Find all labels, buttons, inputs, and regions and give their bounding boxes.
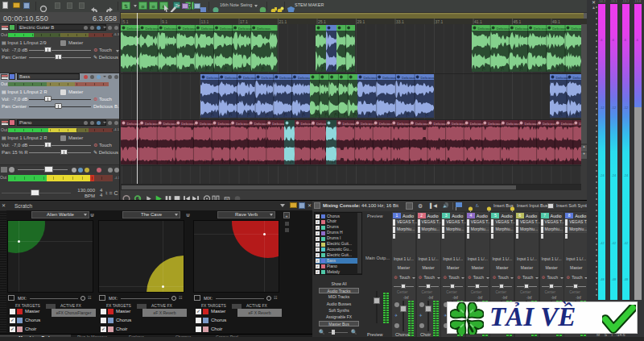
svg-text:Delicious: Delicious xyxy=(561,122,575,126)
svg-text:45.1: 45.1 xyxy=(514,19,522,24)
svg-text:Delicious: Delicious xyxy=(470,122,484,126)
svg-text:Delicious: Delicious xyxy=(415,122,429,126)
svg-text:Delicious: Delicious xyxy=(164,27,178,31)
svg-text:Delicious: Delicious xyxy=(298,76,312,80)
svg-text:Delicious: Delicious xyxy=(183,27,196,31)
svg-text:Delicious: Delicious xyxy=(364,76,378,80)
svg-text:Delicious: Delicious xyxy=(434,122,448,126)
svg-text:Delicious: Delicious xyxy=(207,76,221,80)
svg-text:Delicious: Delicious xyxy=(421,76,435,80)
svg-text:Delicious: Delicious xyxy=(279,76,293,80)
svg-text:Delicious: Delicious xyxy=(262,76,275,80)
svg-text:Delicious: Delicious xyxy=(397,122,411,126)
svg-text:Delicious: Delicious xyxy=(272,122,286,126)
svg-text:21.1: 21.1 xyxy=(279,19,287,24)
svg-text:Delicious: Delicious xyxy=(218,122,232,126)
svg-text:Delicious: Delicious xyxy=(452,122,465,126)
svg-text:5.1: 5.1 xyxy=(123,19,129,24)
svg-text:Delicious: Delicious xyxy=(146,27,159,31)
svg-text:Delicious: Delicious xyxy=(127,27,141,31)
svg-text:Delicious: Delicious xyxy=(220,27,233,31)
svg-text:Delicious: Delicious xyxy=(201,27,215,31)
svg-text:Delicious: Delicious xyxy=(525,122,539,126)
svg-text:41.1: 41.1 xyxy=(474,19,482,24)
svg-text:Delicious: Delicious xyxy=(243,76,257,80)
svg-text:Delicious: Delicious xyxy=(515,27,529,31)
svg-text:13.1: 13.1 xyxy=(201,19,209,24)
svg-text:Delicious: Delicious xyxy=(379,122,393,126)
svg-text:29.1: 29.1 xyxy=(357,19,365,24)
svg-text:Delicious: Delicious xyxy=(145,122,159,126)
svg-text:Delicious: Delicious xyxy=(200,122,213,126)
svg-text:Delicious: Delicious xyxy=(543,122,556,126)
svg-text:Delicious: Delicious xyxy=(257,27,270,31)
svg-text:25.1: 25.1 xyxy=(318,19,326,24)
svg-text:Delicious: Delicious xyxy=(534,27,547,31)
svg-text:Delicious: Delicious xyxy=(238,27,252,31)
svg-text:Delicious: Delicious xyxy=(236,122,250,126)
svg-text:17.1: 17.1 xyxy=(240,19,248,24)
svg-text:Delicious: Delicious xyxy=(556,76,570,80)
svg-text:Delicious: Delicious xyxy=(127,122,141,126)
svg-text:49.1: 49.1 xyxy=(552,19,560,24)
svg-text:Delicious: Delicious xyxy=(382,76,396,80)
svg-text:Delicious: Delicious xyxy=(225,76,238,80)
svg-text:Delicious: Delicious xyxy=(478,27,492,31)
svg-text:Delicious: Delicious xyxy=(488,122,502,126)
svg-text:Delicious: Delicious xyxy=(343,122,357,126)
svg-text:Delicious: Delicious xyxy=(361,122,374,126)
svg-text:Delicious: Delicious xyxy=(163,122,177,126)
svg-text:Delicious: Delicious xyxy=(497,27,510,31)
svg-text:Delicious: Delicious xyxy=(552,27,566,31)
svg-text:Delicious: Delicious xyxy=(254,122,268,126)
svg-text:Delicious: Delicious xyxy=(181,122,195,126)
svg-text:Delicious: Delicious xyxy=(402,76,415,80)
svg-text:9.1: 9.1 xyxy=(162,19,167,24)
svg-text:Delicious: Delicious xyxy=(506,122,520,126)
svg-text:33.1: 33.1 xyxy=(396,19,404,24)
svg-text:37.1: 37.1 xyxy=(436,19,444,24)
